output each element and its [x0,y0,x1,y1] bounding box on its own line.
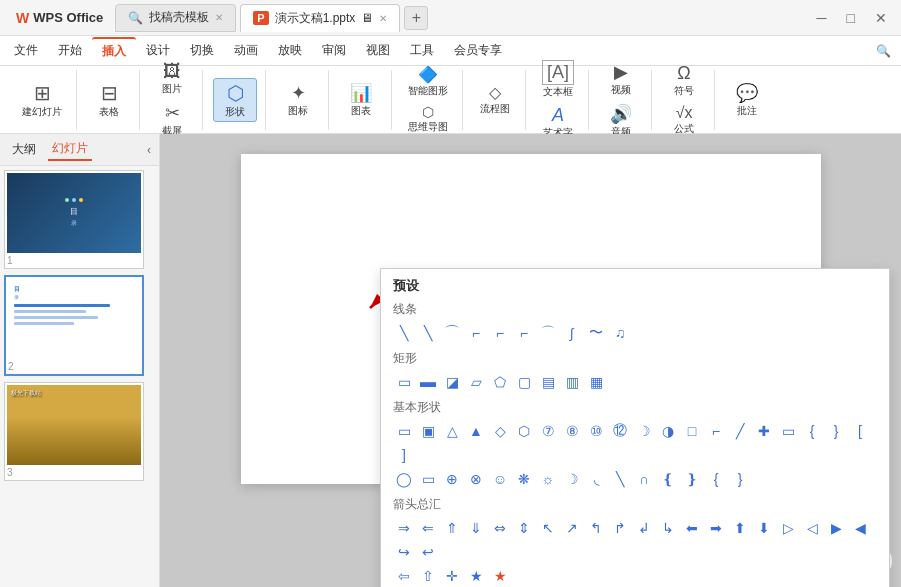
tab-member[interactable]: 会员专享 [444,38,512,63]
btn-shape[interactable]: ⬡ 形状 [213,78,257,122]
shape-basic-36[interactable]: } [729,468,751,490]
btn-chart[interactable]: 📊 图表 [339,80,383,120]
tab-doc[interactable]: P 演示文稿1.pptx 🖥 ✕ [240,4,400,32]
shape-basic-31[interactable]: ╲ [609,468,631,490]
shape-basic-29[interactable]: ☽ [561,468,583,490]
shape-basic-34[interactable]: ❵ [681,468,703,490]
shape-basic-12[interactable]: ◑ [657,420,679,442]
shape-basic-27[interactable]: ❋ [513,468,535,490]
shape-arrow-19[interactable]: ▶ [825,517,847,539]
shape-arrow-8[interactable]: ↗ [561,517,583,539]
close-button[interactable]: ✕ [869,8,893,28]
shape-basic-10[interactable]: ⑫ [609,420,631,442]
shape-arrow-21[interactable]: ↪ [393,541,415,563]
shape-arrow-18[interactable]: ◁ [801,517,823,539]
shape-arrow-14[interactable]: ➡ [705,517,727,539]
shape-basic-25[interactable]: ⊗ [465,468,487,490]
tab-insert[interactable]: 插入 [92,37,136,64]
shape-arrow-3[interactable]: ⇑ [441,517,463,539]
shape-basic-8[interactable]: ⑧ [561,420,583,442]
btn-flowchart[interactable]: ◇ 流程图 [473,81,517,118]
maximize-button[interactable]: □ [841,8,861,28]
slide-thumb-2[interactable]: 目 录 2 [4,275,144,376]
shape-basic-2[interactable]: ▣ [417,420,439,442]
shape-line-6[interactable]: ⌐ [513,322,535,344]
slide-thumb-3[interactable]: 极光下载站 3 [4,382,144,481]
shape-rect-9[interactable]: ▦ [585,371,607,393]
shape-basic-30[interactable]: ◟ [585,468,607,490]
shape-basic-33[interactable]: ❴ [657,468,679,490]
shape-arrow-23[interactable]: ⇦ [393,565,415,587]
shape-arrow-4[interactable]: ⇓ [465,517,487,539]
shape-arrow-6[interactable]: ⇕ [513,517,535,539]
btn-video[interactable]: ▶ 视频 [599,59,643,99]
tab-review[interactable]: 审阅 [312,38,356,63]
shape-arrow-9[interactable]: ↰ [585,517,607,539]
tab-add-button[interactable]: + [404,6,428,30]
shape-arrow-10[interactable]: ↱ [609,517,631,539]
shape-basic-15[interactable]: ╱ [729,420,751,442]
btn-formula[interactable]: √x 公式 [662,102,706,138]
shape-arrow-11[interactable]: ↲ [633,517,655,539]
btn-symbol[interactable]: Ω 符号 [662,61,706,100]
shape-arrow-12[interactable]: ↳ [657,517,679,539]
shape-arrow-15[interactable]: ⬆ [729,517,751,539]
shape-basic-1[interactable]: ▭ [393,420,415,442]
shape-basic-21[interactable]: ] [393,444,415,466]
shape-basic-4[interactable]: ▲ [465,420,487,442]
btn-textbox[interactable]: [A] 文本框 [536,58,580,101]
shape-basic-26[interactable]: ☺ [489,468,511,490]
shape-rect-2[interactable]: ▬ [417,371,439,393]
shape-rect-4[interactable]: ▱ [465,371,487,393]
shape-basic-28[interactable]: ☼ [537,468,559,490]
shape-arrow-27[interactable]: ★ [489,565,511,587]
shape-arrow-20[interactable]: ◀ [849,517,871,539]
shape-rect-3[interactable]: ◪ [441,371,463,393]
shape-line-3[interactable]: ⌒ [441,322,463,344]
search-icon[interactable]: 🔍 [870,44,897,58]
btn-smart[interactable]: 🔷 智能图形 [402,63,454,100]
btn-new-slide[interactable]: ⊞ 建幻灯片 [16,79,68,121]
shape-arrow-17[interactable]: ▷ [777,517,799,539]
shape-line-5[interactable]: ⌐ [489,322,511,344]
shape-line-10[interactable]: ♫ [609,322,631,344]
btn-comment[interactable]: 💬 批注 [725,80,769,120]
shape-basic-35[interactable]: { [705,468,727,490]
minimize-button[interactable]: ─ [811,8,833,28]
tab-search[interactable]: 🔍 找稿壳模板 ✕ [115,4,236,32]
panel-collapse-button[interactable]: ‹ [147,143,151,157]
shape-basic-14[interactable]: ⌐ [705,420,727,442]
tab-slideshow[interactable]: 放映 [268,38,312,63]
slide-thumb-1[interactable]: 目 录 1 [4,170,144,269]
shape-line-8[interactable]: ∫ [561,322,583,344]
shape-arrow-5[interactable]: ⇔ [489,517,511,539]
shape-line-4[interactable]: ⌐ [465,322,487,344]
btn-icon[interactable]: ✦ 图标 [276,80,320,120]
shape-basic-16[interactable]: ✚ [753,420,775,442]
shape-basic-24[interactable]: ⊕ [441,468,463,490]
shape-arrow-1[interactable]: ⇒ [393,517,415,539]
shape-rect-7[interactable]: ▤ [537,371,559,393]
shape-basic-17[interactable]: ▭ [777,420,799,442]
btn-mindmap[interactable]: ⬡ 思维导图 [402,102,454,136]
shape-arrow-26[interactable]: ★ [465,565,487,587]
shape-line-9[interactable]: 〜 [585,322,607,344]
shape-arrow-16[interactable]: ⬇ [753,517,775,539]
shape-arrow-24[interactable]: ⇧ [417,565,439,587]
tab-home[interactable]: 开始 [48,38,92,63]
btn-image[interactable]: 🖼 图片 [150,59,194,98]
shape-line-1[interactable]: ╲ [393,322,415,344]
shape-basic-32[interactable]: ∩ [633,468,655,490]
shape-basic-5[interactable]: ◇ [489,420,511,442]
shape-arrow-2[interactable]: ⇐ [417,517,439,539]
shape-basic-9[interactable]: ⑩ [585,420,607,442]
tab-file[interactable]: 文件 [4,38,48,63]
shape-basic-7[interactable]: ⑦ [537,420,559,442]
shape-basic-6[interactable]: ⬡ [513,420,535,442]
shape-arrow-22[interactable]: ↩ [417,541,439,563]
shape-basic-18[interactable]: { [801,420,823,442]
shape-basic-3[interactable]: △ [441,420,463,442]
shape-basic-23[interactable]: ▭ [417,468,439,490]
shape-basic-22[interactable]: ◯ [393,468,415,490]
tab-view[interactable]: 视图 [356,38,400,63]
